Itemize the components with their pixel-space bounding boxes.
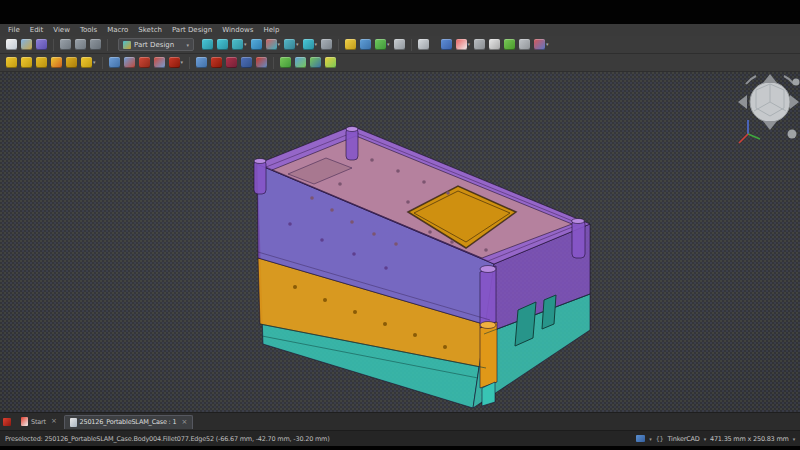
viewport-dimensions[interactable]: 471.35 mm x 250.83 mm	[710, 435, 789, 443]
menu-view[interactable]: View	[48, 26, 75, 34]
checkerboard-button[interactable]: ▾	[455, 38, 472, 51]
tab-document[interactable]: 250126_PortableSLAM_Case : 1 ×	[64, 415, 194, 429]
3d-scene	[0, 72, 800, 412]
axis-cross-icon	[534, 39, 545, 50]
dropdown-caret-icon: ▾	[93, 60, 96, 65]
boolean-icon	[325, 57, 336, 68]
zoom-button[interactable]: ▾	[302, 38, 319, 51]
draft-button[interactable]	[309, 56, 322, 69]
touchpad-icon[interactable]	[636, 435, 645, 442]
droplet-button[interactable]	[440, 38, 453, 51]
datum-line-button[interactable]	[20, 56, 33, 69]
whatsthis-cursor-button[interactable]	[417, 38, 430, 51]
menu-sketch[interactable]: Sketch	[133, 26, 167, 34]
tab-document-label: 250126_PortableSLAM_Case : 1	[80, 418, 177, 426]
expression-braces-icon	[394, 39, 405, 50]
measure-button[interactable]	[320, 38, 333, 51]
open-document-button[interactable]	[20, 38, 33, 51]
clone-button[interactable]: ▾	[80, 56, 97, 69]
menu-file[interactable]: File	[3, 26, 25, 34]
dropdown-caret-icon: ▾	[244, 42, 247, 47]
tab-start[interactable]: Start ×	[16, 415, 62, 429]
workbench-selector[interactable]: Part Design ▾	[118, 38, 194, 51]
nav-arrow-left-icon	[738, 95, 747, 109]
boolean-button[interactable]	[324, 56, 337, 69]
dropdown-caret-icon: ▾	[387, 42, 390, 47]
coordinate-system-button[interactable]	[50, 56, 63, 69]
create-body-button[interactable]	[108, 56, 121, 69]
menu-macro[interactable]: Macro	[102, 26, 133, 34]
save-button[interactable]	[35, 38, 48, 51]
menu-windows[interactable]: Windows	[217, 26, 258, 34]
datum-plane-button[interactable]	[35, 56, 48, 69]
datum-point-button[interactable]	[5, 56, 18, 69]
axonometric-view-button[interactable]: ▾	[283, 38, 300, 51]
dropdown-caret-icon: ▾	[181, 60, 184, 65]
edit-sketch-button[interactable]	[138, 56, 151, 69]
menu-tools[interactable]: Tools	[75, 26, 102, 34]
3d-viewport[interactable]	[0, 72, 800, 412]
pocket-button[interactable]	[210, 56, 223, 69]
loft-button[interactable]	[255, 56, 268, 69]
axis-cross-button[interactable]: ▾	[533, 38, 550, 51]
puzzle-button[interactable]	[503, 38, 516, 51]
datum-plane-icon	[36, 57, 47, 68]
menu-part-design[interactable]: Part Design	[167, 26, 217, 34]
fit-all-button[interactable]	[201, 38, 214, 51]
create-sketch-button[interactable]	[123, 56, 136, 69]
revolve-button[interactable]	[195, 56, 208, 69]
menu-help[interactable]: Help	[258, 26, 284, 34]
draw-style-button[interactable]: ▾	[231, 38, 248, 51]
grid-button[interactable]	[473, 38, 486, 51]
revolve-icon	[196, 57, 207, 68]
menu-bar: FileEditViewToolsMacroSketchPart DesignW…	[0, 24, 800, 36]
fillet-button[interactable]	[279, 56, 292, 69]
open-document-icon	[21, 39, 32, 50]
map-sketch-icon	[154, 57, 165, 68]
selection-view-icon	[251, 39, 262, 50]
shape-binder-button[interactable]	[65, 56, 78, 69]
edit-sketch-icon	[139, 57, 150, 68]
dropdown-caret-icon: ▾	[546, 42, 549, 47]
pad-button[interactable]: ▾	[168, 56, 185, 69]
fit-selection-button[interactable]	[216, 38, 229, 51]
save-icon	[36, 39, 47, 50]
close-icon[interactable]: ×	[181, 419, 187, 426]
screen-letterbox-top	[0, 0, 800, 24]
hole-button[interactable]	[225, 56, 238, 69]
navigation-style-selector[interactable]: TinkerCAD	[668, 435, 700, 443]
map-sketch-button[interactable]	[153, 56, 166, 69]
close-icon[interactable]: ×	[51, 418, 57, 425]
redo-button[interactable]	[74, 38, 87, 51]
document-icon	[70, 418, 77, 427]
fit-selection-icon	[217, 39, 228, 50]
create-sketch-icon	[124, 57, 135, 68]
chamfer-button[interactable]	[294, 56, 307, 69]
chess-knight-button[interactable]	[488, 38, 501, 51]
chamfer-icon	[295, 57, 306, 68]
main-toolbar: Part Design ▾ ▾▾▾▾▾ ▾▾	[0, 36, 800, 54]
menu-edit[interactable]: Edit	[25, 26, 49, 34]
refresh-button[interactable]	[89, 38, 102, 51]
clipping-plane-button[interactable]: ▾	[265, 38, 282, 51]
groove-button[interactable]	[240, 56, 253, 69]
expression-braces-button[interactable]	[393, 38, 406, 51]
texture-button[interactable]	[359, 38, 372, 51]
refresh-icon	[90, 39, 101, 50]
model-case[interactable]	[254, 126, 590, 408]
selection-view-button[interactable]	[250, 38, 263, 51]
datum-point-icon	[6, 57, 17, 68]
new-document-button[interactable]	[5, 38, 18, 51]
toolbar-separator	[273, 57, 274, 69]
sphere-button[interactable]	[518, 38, 531, 51]
toolbar-separator	[338, 39, 339, 51]
tab-start-label: Start	[31, 418, 46, 426]
redo-icon	[75, 39, 86, 50]
status-message: Preselected: 250126_PortableSLAM_Case.Bo…	[5, 435, 330, 443]
create-body-icon	[109, 57, 120, 68]
undo-button[interactable]	[59, 38, 72, 51]
appearance-button[interactable]	[344, 38, 357, 51]
draw-style-icon	[232, 39, 243, 50]
link-button[interactable]: ▾	[374, 38, 391, 51]
rotate-cw-icon	[784, 76, 794, 84]
